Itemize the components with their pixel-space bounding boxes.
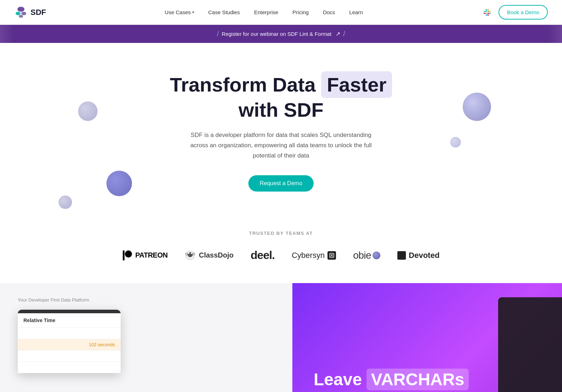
card-header-bar (18, 310, 121, 313)
card-preview: Relative Time 102 seconds (18, 310, 121, 373)
slack-icon[interactable] (481, 7, 493, 18)
devoted-text: Devoted (409, 251, 440, 260)
trusted-label: TRUSTED BY TEAMS AT (14, 231, 548, 236)
svg-point-3 (19, 15, 23, 18)
bottom-left-label: Your Developer First Data Platform (18, 297, 275, 303)
card-title-row: Relative Time (18, 313, 121, 328)
devoted-logo: Devoted (397, 251, 440, 260)
nav-right: Book a Demo (481, 5, 548, 20)
nav-links: Use Cases ▾ Case Studies Enterprise Pric… (159, 6, 368, 18)
bottom-right: Leave VARCHARs behind with SDF Types (292, 283, 562, 392)
svg-rect-7 (487, 14, 489, 16)
deel-text: deel. (250, 249, 275, 262)
announcement-banner[interactable]: / Register for our webinar on SDF Lint &… (0, 25, 562, 43)
banner-text: Register for our webinar on SDF Lint & F… (222, 31, 331, 37)
patreon-logo: PATREON (122, 250, 167, 261)
svg-point-16 (125, 250, 132, 258)
cybersyn-text: Cybersyn (292, 251, 325, 260)
classdojo-logo: ClassDojo (184, 250, 233, 261)
bottom-section: Your Developer First Data Platform Relat… (0, 283, 562, 392)
cybersyn-box (327, 251, 336, 260)
navbar: SDF Use Cases ▾ Case Studies Enterprise … (0, 0, 562, 25)
nav-docs[interactable]: Docs (317, 6, 341, 18)
trusted-section: TRUSTED BY TEAMS AT PATREON ClassDojo (0, 213, 562, 276)
logo-text: SDF (31, 8, 46, 17)
nav-case-studies[interactable]: Case Studies (203, 6, 246, 18)
svg-rect-5 (486, 9, 487, 11)
banner-arrow-icon: ↗ (336, 31, 340, 37)
hero-section: Transform Data Faster with SDF SDF is a … (0, 43, 562, 213)
card-row-label (23, 342, 89, 347)
obie-orb-small (373, 252, 380, 259)
book-demo-button[interactable]: Book a Demo (498, 5, 548, 20)
hero-title-part1: Transform Data (170, 73, 316, 96)
orb-5 (59, 195, 72, 209)
svg-rect-12 (484, 13, 486, 14)
svg-rect-15 (489, 13, 491, 14)
svg-point-1 (16, 12, 21, 15)
svg-rect-13 (486, 14, 487, 16)
hero-title-part2: with SDF (238, 99, 324, 121)
svg-rect-17 (123, 250, 125, 260)
bottom-right-highlight: VARCHARs (367, 369, 468, 391)
orb-4 (106, 171, 132, 196)
patreon-text: PATREON (135, 251, 167, 259)
nav-enterprise[interactable]: Enterprise (248, 6, 284, 18)
nav-pricing[interactable]: Pricing (287, 6, 314, 18)
hero-subtitle: SDF is a developer platform for data tha… (189, 130, 373, 161)
cybersyn-logo: Cybersyn (292, 251, 336, 260)
banner-slash-right: / (343, 30, 345, 38)
trusted-logos: PATREON ClassDojo deel. Cybersyn (14, 249, 548, 262)
svg-point-22 (186, 253, 188, 255)
card-body: Relative Time 102 seconds (18, 313, 121, 373)
chevron-down-icon: ▾ (192, 10, 194, 14)
card-row-empty-3 (18, 362, 121, 373)
svg-point-2 (21, 12, 26, 15)
svg-rect-11 (487, 13, 489, 14)
bottom-right-title-part1: Leave (314, 370, 362, 389)
card-row-value: 102 seconds (89, 342, 115, 347)
nav-learn[interactable]: Learn (343, 6, 368, 18)
bottom-right-panel (498, 297, 562, 392)
banner-slash-left: / (217, 30, 219, 38)
svg-point-20 (188, 253, 189, 254)
svg-rect-10 (486, 13, 487, 14)
orb-3 (450, 137, 461, 148)
svg-point-0 (17, 7, 24, 12)
classdojo-text: ClassDojo (199, 251, 233, 259)
obie-logo: obie (353, 250, 380, 261)
bottom-left: Your Developer First Data Platform Relat… (0, 283, 292, 392)
svg-rect-14 (487, 9, 489, 11)
svg-point-21 (191, 253, 192, 254)
card-row-empty-2 (18, 350, 121, 362)
svg-rect-6 (489, 11, 491, 12)
card-row-empty-1 (18, 328, 121, 339)
nav-use-cases[interactable]: Use Cases ▾ (159, 6, 199, 18)
logo[interactable]: SDF (14, 6, 46, 19)
request-demo-button[interactable]: Request a Demo (248, 175, 314, 192)
hero-title-highlight: Faster (321, 71, 392, 98)
card-row-highlighted: 102 seconds (18, 339, 121, 350)
deel-logo: deel. (250, 249, 275, 262)
obie-text: obie (353, 250, 371, 261)
svg-rect-8 (486, 11, 487, 12)
devoted-square (397, 251, 406, 260)
svg-rect-9 (487, 11, 489, 12)
hero-title: Transform Data Faster with SDF (14, 71, 548, 122)
svg-point-23 (193, 253, 195, 255)
svg-rect-4 (484, 11, 486, 12)
